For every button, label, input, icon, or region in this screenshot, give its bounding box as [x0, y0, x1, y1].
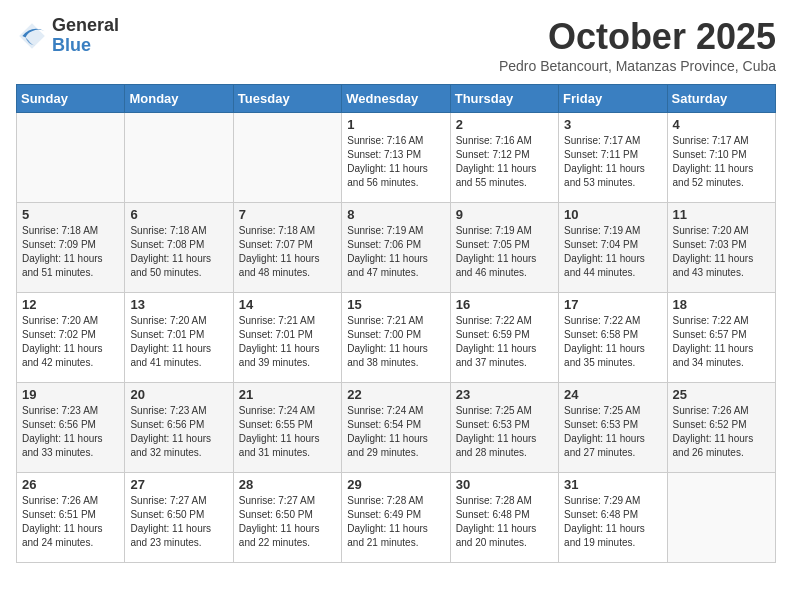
calendar-cell: 31Sunrise: 7:29 AM Sunset: 6:48 PM Dayli…: [559, 473, 667, 563]
day-number: 7: [239, 207, 336, 222]
calendar-week-row: 12Sunrise: 7:20 AM Sunset: 7:02 PM Dayli…: [17, 293, 776, 383]
calendar-header-row: SundayMondayTuesdayWednesdayThursdayFrid…: [17, 85, 776, 113]
calendar-cell: 27Sunrise: 7:27 AM Sunset: 6:50 PM Dayli…: [125, 473, 233, 563]
day-info: Sunrise: 7:17 AM Sunset: 7:10 PM Dayligh…: [673, 134, 770, 190]
day-info: Sunrise: 7:23 AM Sunset: 6:56 PM Dayligh…: [130, 404, 227, 460]
title-block: October 2025 Pedro Betancourt, Matanzas …: [499, 16, 776, 74]
calendar-cell: 20Sunrise: 7:23 AM Sunset: 6:56 PM Dayli…: [125, 383, 233, 473]
day-number: 13: [130, 297, 227, 312]
logo-icon: [16, 20, 48, 52]
calendar-cell: 11Sunrise: 7:20 AM Sunset: 7:03 PM Dayli…: [667, 203, 775, 293]
calendar-cell: [233, 113, 341, 203]
day-info: Sunrise: 7:19 AM Sunset: 7:04 PM Dayligh…: [564, 224, 661, 280]
calendar-cell: 29Sunrise: 7:28 AM Sunset: 6:49 PM Dayli…: [342, 473, 450, 563]
day-info: Sunrise: 7:28 AM Sunset: 6:48 PM Dayligh…: [456, 494, 553, 550]
calendar-week-row: 1Sunrise: 7:16 AM Sunset: 7:13 PM Daylig…: [17, 113, 776, 203]
day-header-tuesday: Tuesday: [233, 85, 341, 113]
calendar-cell: 19Sunrise: 7:23 AM Sunset: 6:56 PM Dayli…: [17, 383, 125, 473]
day-info: Sunrise: 7:20 AM Sunset: 7:01 PM Dayligh…: [130, 314, 227, 370]
day-number: 6: [130, 207, 227, 222]
day-header-thursday: Thursday: [450, 85, 558, 113]
day-number: 28: [239, 477, 336, 492]
day-number: 21: [239, 387, 336, 402]
day-number: 8: [347, 207, 444, 222]
day-header-monday: Monday: [125, 85, 233, 113]
day-number: 11: [673, 207, 770, 222]
day-info: Sunrise: 7:27 AM Sunset: 6:50 PM Dayligh…: [130, 494, 227, 550]
day-number: 2: [456, 117, 553, 132]
day-number: 9: [456, 207, 553, 222]
day-number: 23: [456, 387, 553, 402]
day-number: 15: [347, 297, 444, 312]
day-number: 25: [673, 387, 770, 402]
page-header: General Blue October 2025 Pedro Betancou…: [16, 16, 776, 74]
day-number: 30: [456, 477, 553, 492]
calendar-cell: 28Sunrise: 7:27 AM Sunset: 6:50 PM Dayli…: [233, 473, 341, 563]
calendar-cell: 26Sunrise: 7:26 AM Sunset: 6:51 PM Dayli…: [17, 473, 125, 563]
day-info: Sunrise: 7:21 AM Sunset: 7:01 PM Dayligh…: [239, 314, 336, 370]
day-info: Sunrise: 7:27 AM Sunset: 6:50 PM Dayligh…: [239, 494, 336, 550]
calendar-cell: [17, 113, 125, 203]
calendar-cell: 30Sunrise: 7:28 AM Sunset: 6:48 PM Dayli…: [450, 473, 558, 563]
day-number: 20: [130, 387, 227, 402]
calendar-cell: 16Sunrise: 7:22 AM Sunset: 6:59 PM Dayli…: [450, 293, 558, 383]
day-info: Sunrise: 7:26 AM Sunset: 6:51 PM Dayligh…: [22, 494, 119, 550]
day-info: Sunrise: 7:20 AM Sunset: 7:03 PM Dayligh…: [673, 224, 770, 280]
calendar-cell: 25Sunrise: 7:26 AM Sunset: 6:52 PM Dayli…: [667, 383, 775, 473]
calendar-table: SundayMondayTuesdayWednesdayThursdayFrid…: [16, 84, 776, 563]
day-info: Sunrise: 7:28 AM Sunset: 6:49 PM Dayligh…: [347, 494, 444, 550]
day-number: 19: [22, 387, 119, 402]
day-number: 5: [22, 207, 119, 222]
calendar-cell: 5Sunrise: 7:18 AM Sunset: 7:09 PM Daylig…: [17, 203, 125, 293]
day-number: 1: [347, 117, 444, 132]
calendar-cell: 3Sunrise: 7:17 AM Sunset: 7:11 PM Daylig…: [559, 113, 667, 203]
day-header-friday: Friday: [559, 85, 667, 113]
day-info: Sunrise: 7:18 AM Sunset: 7:09 PM Dayligh…: [22, 224, 119, 280]
calendar-cell: 14Sunrise: 7:21 AM Sunset: 7:01 PM Dayli…: [233, 293, 341, 383]
day-info: Sunrise: 7:25 AM Sunset: 6:53 PM Dayligh…: [456, 404, 553, 460]
day-info: Sunrise: 7:24 AM Sunset: 6:55 PM Dayligh…: [239, 404, 336, 460]
calendar-cell: 8Sunrise: 7:19 AM Sunset: 7:06 PM Daylig…: [342, 203, 450, 293]
day-info: Sunrise: 7:25 AM Sunset: 6:53 PM Dayligh…: [564, 404, 661, 460]
day-number: 17: [564, 297, 661, 312]
day-info: Sunrise: 7:20 AM Sunset: 7:02 PM Dayligh…: [22, 314, 119, 370]
day-info: Sunrise: 7:16 AM Sunset: 7:13 PM Dayligh…: [347, 134, 444, 190]
day-number: 3: [564, 117, 661, 132]
day-info: Sunrise: 7:16 AM Sunset: 7:12 PM Dayligh…: [456, 134, 553, 190]
day-info: Sunrise: 7:29 AM Sunset: 6:48 PM Dayligh…: [564, 494, 661, 550]
day-info: Sunrise: 7:22 AM Sunset: 6:59 PM Dayligh…: [456, 314, 553, 370]
logo-general-text: General: [52, 16, 119, 36]
day-info: Sunrise: 7:19 AM Sunset: 7:06 PM Dayligh…: [347, 224, 444, 280]
calendar-week-row: 26Sunrise: 7:26 AM Sunset: 6:51 PM Dayli…: [17, 473, 776, 563]
logo: General Blue: [16, 16, 119, 56]
day-info: Sunrise: 7:18 AM Sunset: 7:08 PM Dayligh…: [130, 224, 227, 280]
day-number: 22: [347, 387, 444, 402]
calendar-cell: 9Sunrise: 7:19 AM Sunset: 7:05 PM Daylig…: [450, 203, 558, 293]
day-number: 4: [673, 117, 770, 132]
calendar-cell: 6Sunrise: 7:18 AM Sunset: 7:08 PM Daylig…: [125, 203, 233, 293]
location-text: Pedro Betancourt, Matanzas Province, Cub…: [499, 58, 776, 74]
calendar-week-row: 19Sunrise: 7:23 AM Sunset: 6:56 PM Dayli…: [17, 383, 776, 473]
calendar-cell: 13Sunrise: 7:20 AM Sunset: 7:01 PM Dayli…: [125, 293, 233, 383]
day-info: Sunrise: 7:23 AM Sunset: 6:56 PM Dayligh…: [22, 404, 119, 460]
calendar-cell: 23Sunrise: 7:25 AM Sunset: 6:53 PM Dayli…: [450, 383, 558, 473]
day-info: Sunrise: 7:22 AM Sunset: 6:57 PM Dayligh…: [673, 314, 770, 370]
calendar-cell: 18Sunrise: 7:22 AM Sunset: 6:57 PM Dayli…: [667, 293, 775, 383]
day-header-sunday: Sunday: [17, 85, 125, 113]
day-number: 27: [130, 477, 227, 492]
day-number: 18: [673, 297, 770, 312]
day-number: 26: [22, 477, 119, 492]
day-number: 16: [456, 297, 553, 312]
calendar-cell: [667, 473, 775, 563]
calendar-cell: 15Sunrise: 7:21 AM Sunset: 7:00 PM Dayli…: [342, 293, 450, 383]
calendar-cell: [125, 113, 233, 203]
day-info: Sunrise: 7:22 AM Sunset: 6:58 PM Dayligh…: [564, 314, 661, 370]
calendar-cell: 10Sunrise: 7:19 AM Sunset: 7:04 PM Dayli…: [559, 203, 667, 293]
day-number: 12: [22, 297, 119, 312]
calendar-cell: 2Sunrise: 7:16 AM Sunset: 7:12 PM Daylig…: [450, 113, 558, 203]
day-info: Sunrise: 7:26 AM Sunset: 6:52 PM Dayligh…: [673, 404, 770, 460]
day-number: 14: [239, 297, 336, 312]
day-info: Sunrise: 7:17 AM Sunset: 7:11 PM Dayligh…: [564, 134, 661, 190]
calendar-cell: 21Sunrise: 7:24 AM Sunset: 6:55 PM Dayli…: [233, 383, 341, 473]
calendar-week-row: 5Sunrise: 7:18 AM Sunset: 7:09 PM Daylig…: [17, 203, 776, 293]
